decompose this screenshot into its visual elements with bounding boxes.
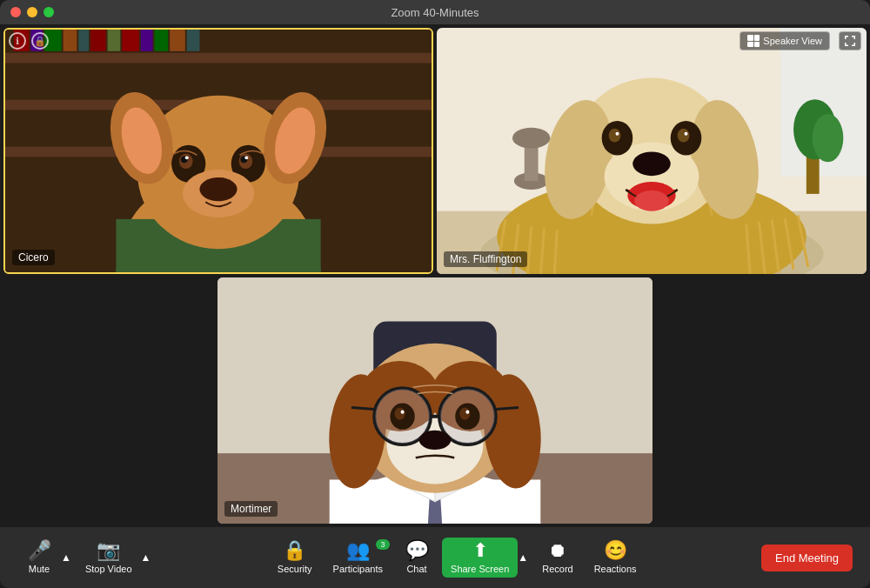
top-right-controls: Speaker View	[740, 31, 861, 50]
top-left-icons: ℹ 🔒	[9, 32, 49, 50]
cicero-name: Cicero	[12, 250, 55, 265]
chat-icon: 💬	[405, 541, 429, 560]
chat-button[interactable]: 💬 Chat	[395, 538, 438, 578]
svg-point-36	[199, 177, 237, 201]
grid-icon	[747, 35, 760, 47]
record-icon: ⏺	[548, 541, 567, 560]
video-caret[interactable]: ▲	[139, 551, 153, 564]
participants-wrap: 👥 Participants 3	[325, 538, 392, 578]
record-button[interactable]: ⏺ Record	[533, 538, 581, 578]
stop-video-label: Stop Video	[85, 564, 132, 574]
fullscreen-button[interactable]	[839, 31, 861, 50]
shield-icon[interactable]: 🔒	[31, 32, 49, 50]
mute-caret[interactable]: ▲	[59, 551, 73, 564]
record-label: Record	[542, 564, 572, 574]
toolbar-left: 🎤 Mute ▲ 📷 Stop Video ▲	[17, 538, 152, 578]
video-cell-fluffington: Mrs. Fluffington	[437, 28, 867, 274]
top-overlay: ℹ 🔒 Speaker View	[9, 31, 861, 50]
mute-button[interactable]: 🎤 Mute	[17, 538, 61, 578]
reactions-icon: 😊	[604, 541, 627, 560]
share-screen-button[interactable]: ⬆ Share Screen	[442, 538, 518, 578]
svg-rect-2	[5, 53, 432, 63]
svg-point-76	[634, 190, 669, 211]
svg-point-101	[395, 408, 405, 420]
toolbar-center: 🔒 Security 👥 Participants 3 💬 Chat ⬆ Sha…	[269, 538, 646, 578]
fluffington-video	[437, 28, 867, 274]
window-controls	[10, 7, 54, 17]
main-content: ℹ 🔒 Speaker View	[0, 24, 870, 527]
svg-point-68	[632, 151, 670, 176]
security-button[interactable]: 🔒 Security	[269, 538, 321, 578]
mortimer-video	[218, 277, 652, 524]
video-grid: Cicero	[0, 24, 870, 527]
camera-icon: 📷	[97, 541, 120, 560]
svg-point-72	[678, 129, 690, 143]
svg-point-73	[616, 132, 619, 136]
svg-point-71	[609, 129, 621, 143]
svg-point-46	[512, 128, 550, 149]
mortimer-name: Mortimer	[224, 501, 278, 517]
chat-label: Chat	[406, 564, 426, 574]
fluffington-name: Mrs. Fluffington	[444, 251, 527, 267]
title-bar: Zoom 40-Minutes	[0, 0, 870, 24]
stop-video-button[interactable]: 📷 Stop Video	[77, 538, 141, 578]
mute-label: Mute	[29, 564, 50, 574]
cicero-video	[5, 30, 432, 272]
fullscreen-icon	[844, 35, 856, 47]
svg-point-32	[185, 156, 189, 159]
participants-label: Participants	[333, 564, 383, 574]
svg-point-102	[459, 408, 470, 420]
svg-point-33	[244, 156, 248, 159]
svg-point-105	[419, 431, 451, 450]
close-dot[interactable]	[10, 7, 21, 17]
info-icon[interactable]: ℹ	[9, 32, 26, 50]
svg-line-98	[496, 408, 519, 410]
video-cell-mortimer: Mortimer	[218, 277, 652, 524]
share-screen-icon: ⬆	[472, 541, 488, 560]
end-meeting-button[interactable]: End Meeting	[761, 545, 853, 571]
speaker-view-button[interactable]: Speaker View	[740, 31, 830, 50]
participants-badge: 3	[376, 539, 390, 550]
security-label: Security	[278, 564, 312, 574]
participants-icon: 👥	[346, 541, 370, 560]
svg-point-104	[465, 411, 469, 414]
reactions-button[interactable]: 😊 Reactions	[586, 538, 646, 578]
maximize-dot[interactable]	[44, 7, 54, 17]
toolbar-right: End Meeting	[761, 545, 853, 571]
svg-point-43	[813, 114, 844, 162]
svg-point-103	[401, 411, 405, 414]
svg-point-74	[685, 132, 688, 136]
window-title: Zoom 40-Minutes	[391, 6, 478, 19]
minimize-dot[interactable]	[27, 7, 37, 17]
reactions-label: Reactions	[594, 564, 637, 574]
share-screen-caret[interactable]: ▲	[516, 551, 530, 564]
share-screen-label: Share Screen	[451, 564, 509, 574]
microphone-icon: 🎤	[28, 541, 51, 560]
svg-line-97	[351, 408, 374, 410]
security-icon: 🔒	[283, 541, 306, 560]
toolbar: 🎤 Mute ▲ 📷 Stop Video ▲ 🔒 Security 👥 Par…	[0, 527, 870, 588]
video-cell-cicero: Cicero	[3, 28, 433, 274]
